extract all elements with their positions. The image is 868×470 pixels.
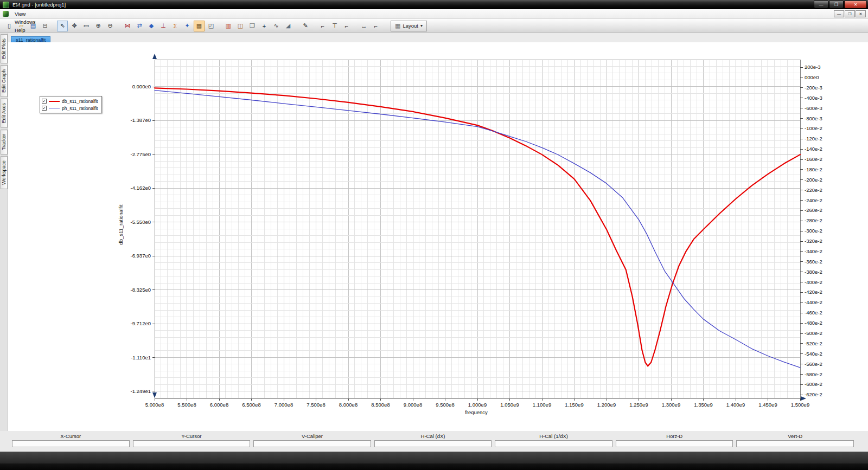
axis-vertical-icon[interactable]: ⊥ (158, 21, 169, 31)
svg-text:-360e-2: -360e-2 (805, 259, 822, 265)
select-pointer-icon[interactable]: ⇖ (57, 21, 68, 31)
caliper-horizontal-icon[interactable]: ↔ (359, 21, 369, 31)
side-tab-workspace[interactable]: Workspace (1, 156, 8, 189)
svg-text:-320e-2: -320e-2 (805, 238, 822, 244)
svg-text:8.500e8: 8.500e8 (371, 402, 390, 408)
chevron-down-icon: ▾ (420, 23, 423, 28)
svg-text:1.350e9: 1.350e9 (694, 402, 712, 408)
add-curve-icon[interactable]: + (259, 21, 270, 31)
new-window-icon[interactable]: ❐ (247, 21, 258, 31)
corner-plot-icon[interactable]: ◰ (206, 21, 216, 31)
plot-svg[interactable]: 5.000e85.500e86.000e86.500e87.000e87.500… (8, 42, 868, 431)
status-field-input-h-cal-1-dx[interactable] (495, 440, 612, 447)
split-window-icon[interactable]: ◫ (235, 21, 246, 31)
svg-text:8.000e8: 8.000e8 (339, 402, 358, 408)
status-field-input-x-cursor[interactable] (12, 440, 130, 447)
layout-button[interactable]: ▦ Layout ▾ (391, 21, 427, 31)
status-field-input-y-cursor[interactable] (133, 440, 251, 447)
save-icon[interactable]: ▤ (28, 21, 39, 31)
status-field-label-h-cal-dx: H-Cal (dX) (374, 433, 492, 440)
toolbar-separator (51, 21, 56, 31)
histogram-icon[interactable]: ▥ (223, 21, 234, 31)
svg-text:-100e-2: -100e-2 (805, 125, 822, 131)
svg-text:-200e-2: -200e-2 (805, 177, 822, 183)
svg-text:-4.162e0: -4.162e0 (130, 185, 151, 191)
zoom-out-icon[interactable]: ⊖ (105, 21, 116, 31)
status-field-y-cursor: Y-Cursor (133, 433, 251, 452)
new-file-icon[interactable]: ▯ (4, 21, 15, 31)
toolbar-separator (311, 21, 317, 31)
smooth-curve-icon[interactable]: ∿ (271, 21, 282, 31)
side-tab-edit-graph[interactable]: Edit Graph (1, 65, 8, 97)
status-field-input-vert-d[interactable] (736, 440, 854, 447)
menu-edit[interactable]: Edit (11, 2, 40, 10)
status-field-label-vert-d: Vert-D (736, 433, 854, 440)
svg-text:200e-3: 200e-3 (805, 64, 821, 70)
mdi-restore-button[interactable]: ❐ (845, 10, 855, 17)
status-field-label-y-cursor: Y-Cursor (133, 433, 251, 440)
svg-text:1.200e9: 1.200e9 (597, 402, 616, 408)
legend-checkbox-ph[interactable]: ✓ (42, 106, 47, 111)
marker-diamond-icon[interactable]: ◆ (146, 21, 157, 31)
reset-zoom-icon[interactable]: ⋈ (122, 21, 133, 31)
side-tab-tracker[interactable]: Tracker (1, 130, 8, 154)
print-icon[interactable]: ⊟ (40, 21, 50, 31)
y-axis-top-arrow (152, 54, 157, 59)
toolbar-separator (294, 21, 299, 31)
legend-checkbox-db[interactable]: ✓ (42, 99, 47, 104)
pan-hand-icon[interactable]: ✥ (69, 21, 80, 31)
toolbar-separator (217, 21, 222, 31)
svg-text:9.000e8: 9.000e8 (404, 402, 422, 408)
open-folder-icon[interactable]: ▱ (16, 21, 27, 31)
side-tab-edit-plots[interactable]: Edit Plots (1, 34, 8, 63)
status-field-input-v-caliper[interactable] (253, 440, 371, 447)
ramp-icon[interactable]: ◢ (283, 21, 293, 31)
svg-text:-280e-2: -280e-2 (805, 217, 822, 223)
zoom-window-icon[interactable]: ▭ (81, 21, 92, 31)
grid-mode-icon[interactable]: ▦ (194, 21, 205, 31)
zoom-in-icon[interactable]: ⊕ (93, 21, 104, 31)
status-field-label-h-cal-1-dx: H-Cal (1/dX) (495, 433, 612, 440)
x-axis-title: frequency (449, 409, 503, 415)
close-button[interactable]: ✕ (844, 1, 867, 9)
legend-label-ph: ph_s11_rationalfit (62, 106, 98, 111)
svg-text:-240e-2: -240e-2 (805, 197, 822, 203)
plot-canvas: 5.000e85.500e86.000e86.500e87.000e87.500… (8, 42, 868, 431)
star-marker-icon[interactable]: ✦ (182, 21, 193, 31)
plot-workspace: s11_rationalfit 5.000e85.500e86.000e86.5… (8, 33, 868, 431)
layout-grid-icon: ▦ (395, 22, 400, 29)
mdi-minimize-button[interactable]: — (834, 10, 844, 17)
tracker-vertical-icon[interactable]: ⊤ (329, 21, 340, 31)
svg-text:-560e-2: -560e-2 (805, 361, 822, 367)
page-left-right-icon[interactable]: ⇄ (134, 21, 145, 31)
status-field-horz-d: Horz-D (616, 433, 733, 452)
sum-icon[interactable]: Σ (170, 21, 181, 31)
svg-text:-340e-2: -340e-2 (805, 248, 822, 254)
svg-text:6.000e8: 6.000e8 (210, 402, 228, 408)
maximize-button[interactable]: ❐ (829, 1, 844, 9)
layout-button-label: Layout (403, 23, 418, 29)
svg-text:-220e-2: -220e-2 (805, 187, 822, 193)
minimize-button[interactable]: — (814, 1, 828, 9)
tracker-corner-3-icon[interactable]: ⌐ (371, 21, 381, 31)
status-field-input-h-cal-dx[interactable] (374, 440, 492, 447)
svg-text:9.500e8: 9.500e8 (436, 402, 454, 408)
tracker-corner-2-icon[interactable]: ⌐ (341, 21, 352, 31)
svg-text:6.500e8: 6.500e8 (242, 402, 260, 408)
status-field-x-cursor: X-Cursor (12, 433, 130, 452)
svg-text:-1.110e1: -1.110e1 (131, 355, 151, 360)
svg-text:-1.249e1: -1.249e1 (130, 388, 151, 394)
svg-text:-540e-2: -540e-2 (805, 351, 822, 357)
mdi-close-button[interactable]: ✕ (856, 10, 866, 17)
status-field-label-v-caliper: V-Caliper (253, 433, 371, 440)
tracker-corner-1-icon[interactable]: ⌐ (317, 21, 328, 31)
status-field-input-horz-d[interactable] (616, 440, 733, 447)
side-tab-edit-axes[interactable]: Edit Axes (1, 99, 8, 128)
svg-text:5.500e8: 5.500e8 (177, 402, 196, 408)
menubar: FileEditViewWindowsHelp — ❐ ✕ (0, 9, 868, 19)
svg-text:-400e-3: -400e-3 (805, 95, 822, 101)
mdi-child-icon (3, 11, 9, 17)
pencil-icon[interactable]: ✎ (300, 21, 311, 31)
svg-text:0.000e0: 0.000e0 (132, 83, 151, 89)
menu-view[interactable]: View (11, 10, 40, 18)
